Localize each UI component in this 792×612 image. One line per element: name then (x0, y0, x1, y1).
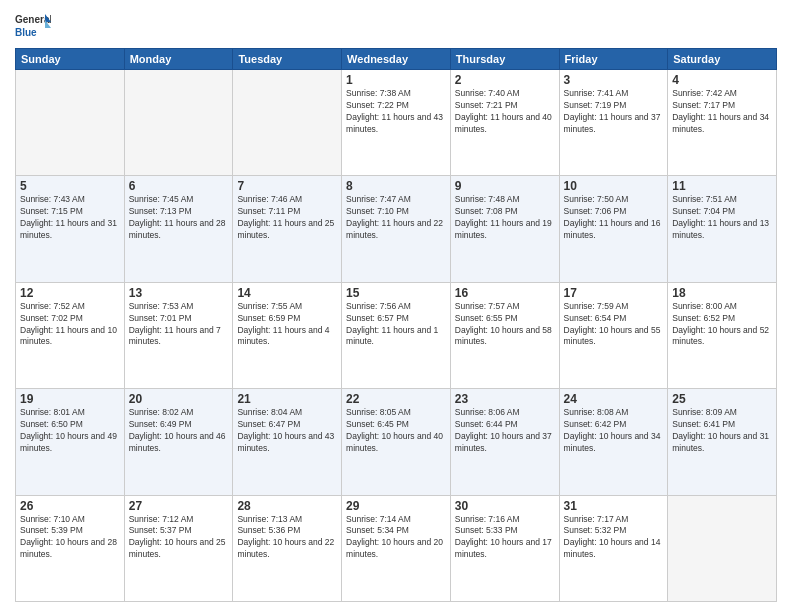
calendar-cell: 29Sunrise: 7:14 AM Sunset: 5:34 PM Dayli… (342, 495, 451, 601)
calendar-cell: 5Sunrise: 7:43 AM Sunset: 7:15 PM Daylig… (16, 176, 125, 282)
week-row-5: 26Sunrise: 7:10 AM Sunset: 5:39 PM Dayli… (16, 495, 777, 601)
calendar-cell: 2Sunrise: 7:40 AM Sunset: 7:21 PM Daylig… (450, 70, 559, 176)
calendar-cell: 19Sunrise: 8:01 AM Sunset: 6:50 PM Dayli… (16, 389, 125, 495)
day-number: 26 (20, 499, 120, 513)
week-row-2: 5Sunrise: 7:43 AM Sunset: 7:15 PM Daylig… (16, 176, 777, 282)
day-info: Sunrise: 8:08 AM Sunset: 6:42 PM Dayligh… (564, 407, 664, 455)
calendar-cell (233, 70, 342, 176)
day-number: 8 (346, 179, 446, 193)
day-number: 1 (346, 73, 446, 87)
day-info: Sunrise: 7:10 AM Sunset: 5:39 PM Dayligh… (20, 514, 120, 562)
calendar-cell: 25Sunrise: 8:09 AM Sunset: 6:41 PM Dayli… (668, 389, 777, 495)
svg-text:Blue: Blue (15, 27, 37, 38)
day-header-sunday: Sunday (16, 49, 125, 70)
day-info: Sunrise: 7:38 AM Sunset: 7:22 PM Dayligh… (346, 88, 446, 136)
day-number: 27 (129, 499, 229, 513)
day-number: 16 (455, 286, 555, 300)
day-number: 12 (20, 286, 120, 300)
day-info: Sunrise: 7:45 AM Sunset: 7:13 PM Dayligh… (129, 194, 229, 242)
day-number: 17 (564, 286, 664, 300)
day-info: Sunrise: 7:47 AM Sunset: 7:10 PM Dayligh… (346, 194, 446, 242)
day-number: 4 (672, 73, 772, 87)
calendar-cell (124, 70, 233, 176)
day-number: 7 (237, 179, 337, 193)
calendar-cell: 23Sunrise: 8:06 AM Sunset: 6:44 PM Dayli… (450, 389, 559, 495)
calendar-cell: 27Sunrise: 7:12 AM Sunset: 5:37 PM Dayli… (124, 495, 233, 601)
day-info: Sunrise: 7:46 AM Sunset: 7:11 PM Dayligh… (237, 194, 337, 242)
day-info: Sunrise: 7:50 AM Sunset: 7:06 PM Dayligh… (564, 194, 664, 242)
day-info: Sunrise: 7:12 AM Sunset: 5:37 PM Dayligh… (129, 514, 229, 562)
day-info: Sunrise: 7:57 AM Sunset: 6:55 PM Dayligh… (455, 301, 555, 349)
calendar-cell: 13Sunrise: 7:53 AM Sunset: 7:01 PM Dayli… (124, 282, 233, 388)
day-info: Sunrise: 8:06 AM Sunset: 6:44 PM Dayligh… (455, 407, 555, 455)
calendar-header-row: SundayMondayTuesdayWednesdayThursdayFrid… (16, 49, 777, 70)
header: General Blue (15, 10, 777, 42)
day-info: Sunrise: 7:52 AM Sunset: 7:02 PM Dayligh… (20, 301, 120, 349)
calendar-cell: 8Sunrise: 7:47 AM Sunset: 7:10 PM Daylig… (342, 176, 451, 282)
day-info: Sunrise: 7:42 AM Sunset: 7:17 PM Dayligh… (672, 88, 772, 136)
day-info: Sunrise: 7:17 AM Sunset: 5:32 PM Dayligh… (564, 514, 664, 562)
day-number: 3 (564, 73, 664, 87)
calendar: SundayMondayTuesdayWednesdayThursdayFrid… (15, 48, 777, 602)
day-info: Sunrise: 7:14 AM Sunset: 5:34 PM Dayligh… (346, 514, 446, 562)
logo: General Blue (15, 10, 51, 42)
day-number: 23 (455, 392, 555, 406)
day-info: Sunrise: 7:48 AM Sunset: 7:08 PM Dayligh… (455, 194, 555, 242)
calendar-cell: 22Sunrise: 8:05 AM Sunset: 6:45 PM Dayli… (342, 389, 451, 495)
day-info: Sunrise: 8:01 AM Sunset: 6:50 PM Dayligh… (20, 407, 120, 455)
calendar-cell: 12Sunrise: 7:52 AM Sunset: 7:02 PM Dayli… (16, 282, 125, 388)
day-info: Sunrise: 7:43 AM Sunset: 7:15 PM Dayligh… (20, 194, 120, 242)
day-header-thursday: Thursday (450, 49, 559, 70)
day-number: 22 (346, 392, 446, 406)
day-info: Sunrise: 7:40 AM Sunset: 7:21 PM Dayligh… (455, 88, 555, 136)
day-info: Sunrise: 7:41 AM Sunset: 7:19 PM Dayligh… (564, 88, 664, 136)
day-number: 25 (672, 392, 772, 406)
day-info: Sunrise: 8:02 AM Sunset: 6:49 PM Dayligh… (129, 407, 229, 455)
calendar-cell: 3Sunrise: 7:41 AM Sunset: 7:19 PM Daylig… (559, 70, 668, 176)
day-info: Sunrise: 7:13 AM Sunset: 5:36 PM Dayligh… (237, 514, 337, 562)
day-number: 6 (129, 179, 229, 193)
day-header-tuesday: Tuesday (233, 49, 342, 70)
calendar-cell: 20Sunrise: 8:02 AM Sunset: 6:49 PM Dayli… (124, 389, 233, 495)
calendar-cell: 30Sunrise: 7:16 AM Sunset: 5:33 PM Dayli… (450, 495, 559, 601)
day-header-saturday: Saturday (668, 49, 777, 70)
day-header-wednesday: Wednesday (342, 49, 451, 70)
day-info: Sunrise: 7:53 AM Sunset: 7:01 PM Dayligh… (129, 301, 229, 349)
day-number: 24 (564, 392, 664, 406)
day-info: Sunrise: 7:56 AM Sunset: 6:57 PM Dayligh… (346, 301, 446, 349)
calendar-cell: 18Sunrise: 8:00 AM Sunset: 6:52 PM Dayli… (668, 282, 777, 388)
day-info: Sunrise: 7:59 AM Sunset: 6:54 PM Dayligh… (564, 301, 664, 349)
calendar-cell: 31Sunrise: 7:17 AM Sunset: 5:32 PM Dayli… (559, 495, 668, 601)
calendar-cell: 1Sunrise: 7:38 AM Sunset: 7:22 PM Daylig… (342, 70, 451, 176)
day-number: 11 (672, 179, 772, 193)
day-number: 9 (455, 179, 555, 193)
day-number: 29 (346, 499, 446, 513)
day-number: 15 (346, 286, 446, 300)
week-row-3: 12Sunrise: 7:52 AM Sunset: 7:02 PM Dayli… (16, 282, 777, 388)
day-number: 2 (455, 73, 555, 87)
day-number: 20 (129, 392, 229, 406)
day-info: Sunrise: 8:09 AM Sunset: 6:41 PM Dayligh… (672, 407, 772, 455)
calendar-cell: 9Sunrise: 7:48 AM Sunset: 7:08 PM Daylig… (450, 176, 559, 282)
calendar-cell: 10Sunrise: 7:50 AM Sunset: 7:06 PM Dayli… (559, 176, 668, 282)
calendar-cell: 11Sunrise: 7:51 AM Sunset: 7:04 PM Dayli… (668, 176, 777, 282)
day-number: 30 (455, 499, 555, 513)
day-number: 10 (564, 179, 664, 193)
day-number: 31 (564, 499, 664, 513)
day-info: Sunrise: 7:51 AM Sunset: 7:04 PM Dayligh… (672, 194, 772, 242)
day-info: Sunrise: 8:04 AM Sunset: 6:47 PM Dayligh… (237, 407, 337, 455)
calendar-cell: 7Sunrise: 7:46 AM Sunset: 7:11 PM Daylig… (233, 176, 342, 282)
calendar-cell: 16Sunrise: 7:57 AM Sunset: 6:55 PM Dayli… (450, 282, 559, 388)
calendar-cell (668, 495, 777, 601)
calendar-cell: 14Sunrise: 7:55 AM Sunset: 6:59 PM Dayli… (233, 282, 342, 388)
calendar-cell: 4Sunrise: 7:42 AM Sunset: 7:17 PM Daylig… (668, 70, 777, 176)
calendar-cell: 28Sunrise: 7:13 AM Sunset: 5:36 PM Dayli… (233, 495, 342, 601)
day-number: 5 (20, 179, 120, 193)
week-row-4: 19Sunrise: 8:01 AM Sunset: 6:50 PM Dayli… (16, 389, 777, 495)
calendar-cell: 21Sunrise: 8:04 AM Sunset: 6:47 PM Dayli… (233, 389, 342, 495)
calendar-cell: 24Sunrise: 8:08 AM Sunset: 6:42 PM Dayli… (559, 389, 668, 495)
day-info: Sunrise: 7:55 AM Sunset: 6:59 PM Dayligh… (237, 301, 337, 349)
day-number: 13 (129, 286, 229, 300)
calendar-cell: 15Sunrise: 7:56 AM Sunset: 6:57 PM Dayli… (342, 282, 451, 388)
day-info: Sunrise: 8:05 AM Sunset: 6:45 PM Dayligh… (346, 407, 446, 455)
